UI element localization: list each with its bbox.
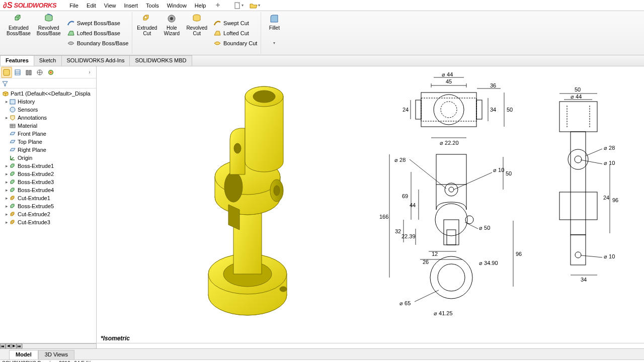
cut-icon [9,219,16,226]
extruded-cut-icon [141,13,152,24]
ribbon-dropdown[interactable]: ▾ [272,32,277,54]
tree-item[interactable]: ▸Boss-Extrude4 [0,186,96,194]
tree-item[interactable]: ▸Cut-Extrude2 [0,210,96,218]
revolved-cut-button[interactable]: RevolvedCut [183,12,210,54]
svg-point-19 [10,107,15,112]
graphics-viewport[interactable]: 45 ⌀ 44 36 24 34 50 ⌀ 22.20 [97,66,644,343]
expand-icon[interactable]: ▸ [4,196,9,201]
tree-root[interactable]: Part1 (Default<<Default>_Displa [0,89,96,98]
hole-wizard-button[interactable]: HoleWizard [160,12,183,54]
svg-rect-39 [421,98,476,121]
tree-item[interactable]: Right Plane [0,146,96,154]
lofted-cut-button[interactable]: Lofted Cut [211,29,259,38]
svg-rect-12 [26,70,28,75]
tree-item-label: Sensors [18,107,38,113]
feature-tree[interactable]: Part1 (Default<<Default>_Displa ▸History… [0,88,96,343]
tab-features[interactable]: Features [0,55,34,66]
menu-window[interactable]: Window [163,1,191,10]
expand-icon[interactable]: ▸ [4,115,9,120]
scroll-prev-icon[interactable]: ◀ [6,343,11,349]
svg-rect-38 [421,93,476,127]
filter-row [0,78,96,88]
svg-point-29 [280,287,287,292]
boundary-boss-button[interactable]: Boundary Boss/Base [65,39,131,48]
expand-icon[interactable]: ▸ [4,171,9,176]
svg-text:⌀ 65: ⌀ 65 [399,300,411,306]
menu-tools[interactable]: Tools [142,1,163,10]
tree-item-label: Boss-Extrude4 [18,187,54,193]
scroll-last-icon[interactable]: ⏭ [17,343,22,349]
ribbon: ExtrudedBoss/Base RevolvedBoss/Base Swep… [0,11,644,55]
menu-edit[interactable]: Edit [83,1,100,10]
menu-insert[interactable]: Insert [120,1,142,10]
svg-rect-8 [4,69,10,75]
scroll-next-icon[interactable]: ▶ [11,343,17,349]
title-bar: ∂S SOLIDWORKS File Edit View Insert Tool… [0,0,644,11]
svg-rect-97 [559,102,597,132]
boundary-cut-button[interactable]: Boundary Cut [211,39,259,48]
expand-icon[interactable]: ▸ [4,220,9,225]
tree-item[interactable]: Front Plane [0,130,96,138]
extruded-boss-button[interactable]: ExtrudedBoss/Base [4,12,34,54]
main-menu: File Edit View Insert Tools Window Help [65,1,223,10]
menu-file[interactable]: File [65,1,83,10]
swept-boss-button[interactable]: Swept Boss/Base [65,19,131,28]
panel-expand-icon[interactable]: › [84,67,95,78]
expand-icon[interactable]: ▸ [4,188,9,193]
tree-item[interactable]: Top Plane [0,138,96,146]
lofted-boss-button[interactable]: Lofted Boss/Base [65,29,131,38]
swept-cut-button[interactable]: Swept Cut [211,19,259,28]
expand-icon[interactable]: ▸ [4,99,9,104]
svg-text:⌀ 28: ⌀ 28 [604,145,615,151]
expand-icon[interactable]: ▸ [4,179,9,185]
extruded-cut-button[interactable]: ExtrudedCut [134,12,160,54]
svg-point-99 [575,156,582,163]
tree-item[interactable]: Origin [0,154,96,162]
cut-icon [9,195,16,202]
feature-tree-tab-icon[interactable] [1,67,12,78]
tree-item[interactable]: ▸Annotations [0,114,96,122]
expand-icon[interactable]: ▸ [4,212,9,217]
tab-3d-views[interactable]: 3D Views [38,350,74,359]
scroll-first-icon[interactable]: ⏮ [0,343,6,349]
svg-text:166: 166 [379,214,388,220]
tab-model[interactable]: Model [9,350,38,359]
tree-item[interactable]: ▸Boss-Extrude5 [0,202,96,210]
tab-addins[interactable]: SOLIDWORKS Add-Ins [61,55,130,66]
open-document-button[interactable]: ▾ [248,1,262,10]
expand-icon[interactable]: ▸ [4,204,9,209]
property-tab-icon[interactable] [12,67,23,78]
tree-item[interactable]: ▸History [0,98,96,106]
config-tab-icon[interactable] [23,67,34,78]
pin-icon[interactable] [213,1,223,10]
svg-text:12: 12 [432,251,438,257]
expand-icon[interactable]: ▸ [4,163,9,168]
svg-rect-42 [416,100,421,119]
tree-item[interactable]: ▸Boss-Extrude3 [0,178,96,186]
menu-view[interactable]: View [100,1,120,10]
svg-point-98 [568,149,588,169]
tree-item[interactable]: ▸Boss-Extrude1 [0,162,96,170]
tree-item[interactable]: Sensors [0,106,96,114]
tree-item[interactable]: ▸Cut-Extrude1 [0,194,96,202]
svg-text:⌀ 50: ⌀ 50 [479,225,490,231]
tree-item[interactable]: ▸Cut-Extrude3 [0,218,96,226]
dimxpert-tab-icon[interactable] [34,67,45,78]
tree-item-label: Origin [18,155,32,161]
tab-sketch[interactable]: Sketch [34,55,62,66]
material-icon [9,122,16,129]
fillet-button[interactable]: Fillet [263,12,286,32]
menu-help[interactable]: Help [191,1,210,10]
tab-mbd[interactable]: SOLIDWORKS MBD [129,55,192,66]
revolved-boss-button[interactable]: RevolvedBoss/Base [34,12,64,54]
boss-icon [9,162,16,169]
new-document-button[interactable]: ▾ [232,1,246,10]
origin-icon [9,154,16,161]
tree-item[interactable]: Material [0,122,96,130]
tree-item[interactable]: ▸Boss-Extrude2 [0,170,96,178]
display-tab-icon[interactable] [45,67,56,78]
svg-text:24: 24 [603,195,609,201]
svg-rect-18 [10,100,15,104]
filter-icon[interactable] [2,80,8,86]
svg-text:24: 24 [403,107,409,113]
